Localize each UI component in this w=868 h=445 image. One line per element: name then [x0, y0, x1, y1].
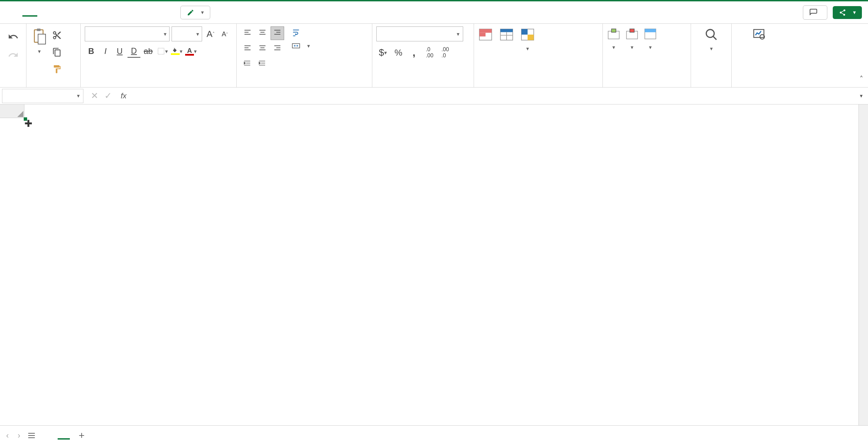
align-center[interactable] — [256, 41, 269, 55]
format-cells-button[interactable]: ▾ — [644, 28, 657, 51]
editing-group-label — [695, 84, 727, 86]
align-right[interactable] — [271, 41, 284, 55]
analyse-data-button[interactable] — [752, 28, 766, 43]
percent-button[interactable]: % — [392, 46, 405, 59]
share-button[interactable]: ▾ — [833, 6, 862, 19]
all-sheets-button[interactable] — [27, 431, 36, 440]
double-underline-button[interactable]: D — [127, 45, 140, 58]
font-name-select[interactable]: ▾ — [85, 26, 170, 41]
merge-centre-button[interactable]: ▾ — [292, 41, 310, 50]
analyse-icon — [752, 28, 766, 41]
clipboard-icon — [32, 28, 47, 45]
svg-rect-3 — [158, 48, 164, 54]
menu-data[interactable] — [104, 8, 119, 17]
sheet-tab-bar: ‹ › + — [0, 425, 868, 445]
ribbon-group-analysis — [732, 24, 786, 87]
font-color-button[interactable]: A ▾ — [184, 45, 197, 58]
strikethrough-button[interactable]: ab — [142, 45, 155, 58]
menu-formulas[interactable] — [87, 8, 102, 17]
ribbon-group-undo — [0, 24, 26, 87]
cell-styles-button[interactable]: ▾ — [520, 28, 535, 52]
chevron-down-icon: ▾ — [38, 48, 41, 55]
italic-button[interactable]: I — [99, 45, 112, 58]
menu-home[interactable] — [22, 8, 37, 17]
menu-page-layout[interactable] — [71, 8, 86, 17]
align-top-center[interactable] — [256, 26, 269, 40]
chevron-down-icon: ▾ — [164, 31, 166, 37]
select-all-corner[interactable] — [0, 104, 24, 118]
vertical-scrollbar[interactable] — [859, 104, 868, 425]
chevron-down-icon: ▾ — [196, 31, 199, 37]
format-icon — [644, 28, 657, 40]
chevron-down-icon: ▾ — [77, 93, 80, 99]
increase-indent-button[interactable] — [256, 57, 269, 70]
ribbon-group-number: ▾ $▾ % , .0.00 .00.0 — [372, 24, 474, 87]
svg-rect-6 — [479, 29, 492, 33]
format-as-table-button[interactable] — [499, 28, 514, 43]
sheet-tab-power-of[interactable] — [41, 431, 53, 440]
copy-button[interactable] — [51, 46, 63, 58]
decrease-indent-button[interactable] — [241, 57, 254, 70]
menu-review[interactable] — [120, 8, 135, 17]
sheet-nav-prev[interactable]: ‹ — [4, 429, 11, 442]
insert-cells-button[interactable]: ▾ — [607, 28, 620, 51]
grow-font-button[interactable]: A˄ — [204, 27, 217, 40]
delete-cells-button[interactable]: ▾ — [625, 28, 639, 51]
align-left[interactable] — [241, 41, 254, 55]
svg-rect-14 — [528, 35, 534, 40]
decrease-decimal-button[interactable]: .00.0 — [439, 46, 452, 59]
comma-button[interactable]: , — [408, 46, 420, 59]
styles-group-label — [478, 84, 598, 86]
fill-color-button[interactable]: ▾ — [170, 45, 183, 58]
magnify-icon — [705, 28, 718, 41]
svg-rect-18 — [630, 29, 634, 32]
comments-button[interactable] — [803, 5, 827, 20]
increase-decimal-button[interactable]: .0.00 — [423, 46, 436, 59]
redo-button[interactable] — [7, 49, 19, 61]
menu-draw[interactable] — [55, 8, 70, 17]
editing-dropdown[interactable]: ▾ — [705, 28, 718, 52]
add-sheet-button[interactable]: + — [75, 430, 89, 441]
menu-file[interactable] — [6, 8, 21, 17]
sheet-tab-sheet1[interactable] — [58, 431, 70, 440]
spreadsheet-grid: ✚ — [0, 104, 868, 425]
underline-button[interactable]: U — [113, 45, 126, 58]
svg-rect-9 — [500, 29, 513, 32]
name-box[interactable]: ▾ — [2, 89, 83, 103]
number-format-select[interactable]: ▾ — [376, 26, 463, 41]
editing-mode-button[interactable]: ▾ — [180, 6, 210, 19]
cancel-formula-button[interactable]: ✕ — [91, 91, 98, 101]
fx-icon[interactable]: fx — [117, 92, 130, 100]
font-group-label — [85, 84, 232, 86]
cond-format-icon — [478, 28, 493, 41]
wrap-text-button[interactable] — [292, 28, 310, 37]
menu-help[interactable] — [153, 8, 167, 17]
expand-formula-bar-button[interactable]: ▾ — [854, 93, 868, 99]
merge-icon — [292, 41, 300, 50]
align-top-right[interactable] — [271, 26, 284, 40]
menu-insert[interactable] — [39, 8, 54, 17]
paste-button[interactable]: ▾ — [31, 26, 48, 56]
format-painter-button[interactable] — [51, 63, 63, 75]
accept-formula-button[interactable]: ✓ — [104, 91, 112, 101]
menu-view[interactable] — [136, 8, 151, 17]
bold-button[interactable]: B — [85, 45, 98, 58]
cut-button[interactable] — [51, 29, 63, 41]
cells-group-label — [607, 84, 687, 86]
align-top-left[interactable] — [241, 26, 254, 40]
ribbon-group-styles: ▾ — [474, 24, 603, 87]
font-size-select[interactable]: ▾ — [172, 26, 202, 41]
formula-input[interactable] — [130, 89, 854, 103]
cell-styles-icon — [520, 28, 535, 41]
borders-button[interactable]: ▾ — [156, 45, 169, 58]
currency-button[interactable]: $▾ — [376, 46, 389, 59]
shrink-font-button[interactable]: A˅ — [218, 27, 231, 40]
formula-bar: ▾ ✕ ✓ fx ▾ — [0, 88, 868, 104]
undo-button[interactable] — [7, 31, 19, 43]
svg-point-21 — [706, 30, 714, 37]
ribbon: ▾ ▾ ▾ — [0, 24, 868, 88]
sheet-nav-next[interactable]: › — [16, 429, 22, 442]
ribbon-group-alignment: ▾ — [237, 24, 372, 87]
conditional-formatting-button[interactable] — [478, 28, 493, 43]
collapse-ribbon-button[interactable]: ˄ — [860, 75, 863, 84]
